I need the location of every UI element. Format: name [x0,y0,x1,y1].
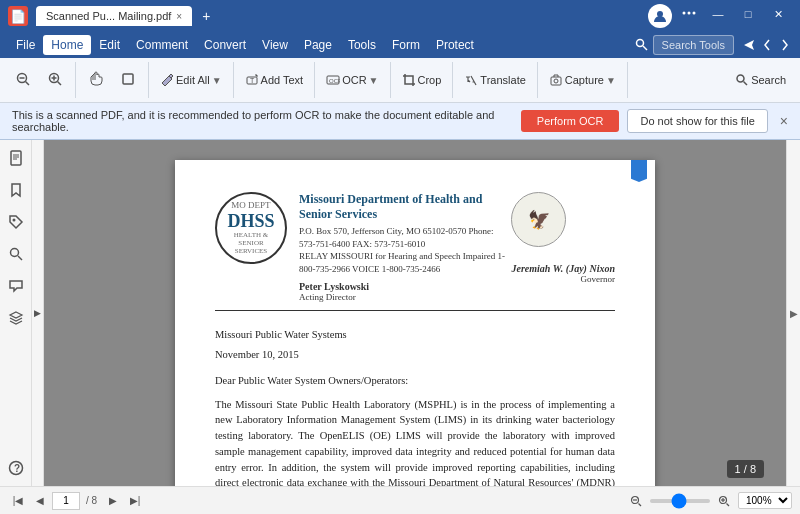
ribbon: Edit All ▼ T Add Text OCR OCR ▼ Crop Tra… [0,58,800,103]
perform-ocr-button[interactable]: Perform OCR [521,110,620,132]
svg-text:?: ? [14,463,20,474]
hand-icon [88,71,104,89]
dots-icon[interactable] [680,4,698,22]
panel-pages-icon[interactable] [4,146,28,170]
pdf-salutation: Dear Public Water System Owners/Operator… [215,373,615,389]
sep5 [390,62,391,98]
next-page-btn[interactable]: ▶ [103,491,123,511]
menu-convert[interactable]: Convert [196,35,254,55]
svg-text:OCR: OCR [329,78,340,84]
edit-all-btn[interactable]: Edit All ▼ [154,69,228,91]
menu-form[interactable]: Form [384,35,428,55]
org-name: Missouri Department of Health and Senior… [299,192,511,222]
zoom-in-bottom-btn[interactable] [714,491,734,511]
right-scroll-btn[interactable]: ▶ [786,140,800,486]
capture-icon [549,73,563,87]
menu-page[interactable]: Page [296,35,340,55]
svg-line-28 [18,256,22,260]
sep3 [233,62,234,98]
first-page-btn[interactable]: |◀ [8,491,28,511]
svg-point-19 [554,79,558,83]
sep4 [314,62,315,98]
governor-name: Jeremiah W. (Jay) Nixon [511,263,615,274]
svg-line-33 [639,503,642,506]
svg-point-3 [693,12,696,15]
zoom-out-bottom-btn[interactable] [626,491,646,511]
menu-protect[interactable]: Protect [428,35,482,55]
user-avatar [648,4,672,28]
zoom-area: 100% 75% 125% 150% [626,491,792,511]
panel-layers-icon[interactable] [4,306,28,330]
director-title: Acting Director [299,292,511,302]
menu-comment[interactable]: Comment [128,35,196,55]
left-panel: ? [0,140,32,486]
send-icon[interactable] [742,38,756,52]
ocr-btn[interactable]: OCR OCR ▼ [320,69,384,91]
menu-home[interactable]: Home [43,35,91,55]
main-area: ? ▶ MO DEPT DHSS HEALTH &SENIORSERVICES … [0,140,800,486]
zoom-in-btn[interactable] [40,67,70,93]
edit-icon [160,73,174,87]
minimize-btn[interactable]: — [704,4,732,24]
svg-point-1 [683,12,686,15]
logo-text: DHSS [227,211,274,233]
search-btn[interactable]: Search [729,69,792,91]
hand-tool-btn[interactable] [81,67,111,93]
select-icon [120,71,136,89]
dismiss-ocr-button[interactable]: Do not show for this file [627,109,767,133]
active-tab[interactable]: Scanned Pu... Mailing.pdf × [36,6,192,26]
svg-rect-13 [123,74,133,84]
menu-tools[interactable]: Tools [340,35,384,55]
svg-point-2 [688,12,691,15]
menu-edit[interactable]: Edit [91,35,128,55]
back-icon[interactable] [760,38,774,52]
search-tools-input[interactable]: Search Tools [653,35,734,55]
maximize-btn[interactable]: □ [734,4,762,24]
pdf-header: MO DEPT DHSS HEALTH &SENIORSERVICES Miss… [215,192,615,311]
ocr-banner-text: This is a scanned PDF, and it is recomme… [12,109,513,133]
app-icon: 📄 [8,6,28,26]
help-icon[interactable]: ? [4,456,28,480]
svg-line-12 [58,82,62,86]
left-panel-expand-btn[interactable]: ▶ [32,140,44,486]
pdf-org-logo: MO DEPT DHSS HEALTH &SENIORSERVICES [215,192,287,264]
ocr-close-btn[interactable]: × [780,113,788,129]
page-total: / 8 [86,495,97,506]
sep8 [627,62,628,98]
zoom-select[interactable]: 100% 75% 125% 150% [738,492,792,509]
svg-point-20 [737,75,744,82]
last-page-btn[interactable]: ▶| [125,491,145,511]
director-name: Peter Lyskowski [299,281,511,292]
svg-line-5 [643,46,647,50]
new-tab-btn[interactable]: + [194,4,218,28]
titlebar: 📄 Scanned Pu... Mailing.pdf × + — □ ✕ [0,0,800,32]
svg-rect-22 [11,151,21,165]
state-seal: 🦅 [511,192,566,247]
svg-point-26 [12,219,15,222]
page-number-input[interactable] [52,492,80,510]
pdf-body: Missouri Public Water Systems November 1… [215,327,615,486]
capture-btn[interactable]: Capture ▼ [543,69,622,91]
prev-page-btn[interactable]: ◀ [30,491,50,511]
org-address: P.O. Box 570, Jefferson City, MO 65102-0… [299,225,511,250]
panel-bookmarks-icon[interactable] [4,178,28,202]
menu-view[interactable]: View [254,35,296,55]
menu-file[interactable]: File [8,35,43,55]
tab-title: Scanned Pu... Mailing.pdf [46,10,171,22]
sep7 [537,62,538,98]
zoom-out-btn[interactable] [8,67,38,93]
tab-close-btn[interactable]: × [176,11,182,22]
crop-btn[interactable]: Crop [396,69,448,91]
add-text-btn[interactable]: T Add Text [239,69,310,91]
translate-btn[interactable]: Translate [458,69,531,91]
panel-tags-icon[interactable] [4,210,28,234]
panel-comments-icon[interactable] [4,274,28,298]
sep1 [75,62,76,98]
svg-text:T: T [250,77,255,84]
select-btn[interactable] [113,67,143,93]
sep2 [148,62,149,98]
close-btn[interactable]: ✕ [764,4,792,24]
zoom-slider[interactable] [650,499,710,503]
forward-icon[interactable] [778,38,792,52]
panel-search-icon[interactable] [4,242,28,266]
